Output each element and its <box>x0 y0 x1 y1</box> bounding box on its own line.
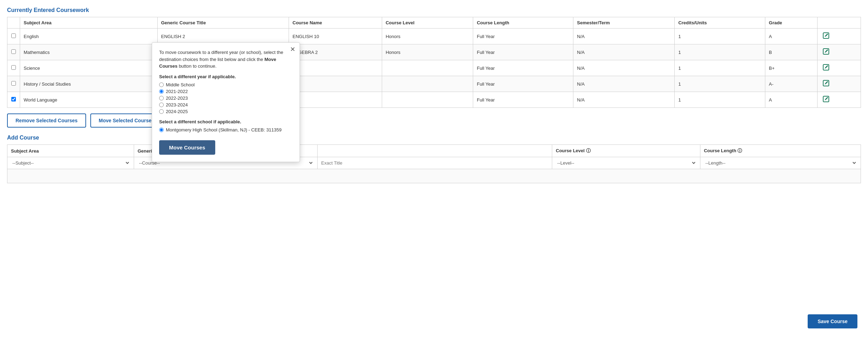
row-checkbox-0[interactable] <box>11 33 16 38</box>
row-course-name: ALGEBRA 2 <box>289 44 382 60</box>
row-subject: Mathematics <box>20 44 158 60</box>
row-credits: 1 <box>675 60 765 76</box>
row-semester: N/A <box>573 76 675 92</box>
row-semester: N/A <box>573 60 675 76</box>
year-option-2021-2022[interactable]: 2021-2022 <box>159 89 293 94</box>
year-label-2024-2025: 2024-2025 <box>166 109 188 114</box>
row-subject: World Language <box>20 92 158 108</box>
row-subject: English <box>20 29 158 44</box>
col-level: Course Level <box>382 17 473 29</box>
row-length: Full Year <box>473 29 573 44</box>
row-level <box>382 92 473 108</box>
row-subject: Science <box>20 60 158 76</box>
row-checkbox-cell <box>7 92 20 108</box>
row-checkbox-cell <box>7 29 20 44</box>
modal-close-button[interactable]: ✕ <box>290 45 295 53</box>
page-container: Currently Entered Coursework Subject Are… <box>0 0 868 339</box>
year-radio-2021-2022[interactable] <box>159 89 164 94</box>
row-grade: B <box>765 44 818 60</box>
row-length: Full Year <box>473 44 573 60</box>
remove-selected-button[interactable]: Remove Selected Courses <box>7 113 86 128</box>
level-select[interactable]: --Level-- <box>556 160 697 166</box>
table-row: History / Social Studies WORLD HISTORY F… <box>7 76 861 92</box>
length-cell: --Length-- <box>700 157 861 169</box>
row-semester: N/A <box>573 29 675 44</box>
exact-title-input[interactable] <box>321 160 548 166</box>
row-course-name: ENGLISH 10 <box>289 29 382 44</box>
row-edit-cell <box>817 76 861 92</box>
add-course-table: Subject Area Generic Course Title Course… <box>7 144 861 183</box>
school-radio-montgomery[interactable] <box>159 128 164 132</box>
row-grade: A- <box>765 76 818 92</box>
col-length: Course Length <box>473 17 573 29</box>
row-length: Full Year <box>473 76 573 92</box>
row-checkbox-cell <box>7 44 20 60</box>
row-credits: 1 <box>675 92 765 108</box>
row-credits: 1 <box>675 76 765 92</box>
row-checkbox-1[interactable] <box>11 49 16 54</box>
row-grade: A <box>765 29 818 44</box>
add-course-title: Add Course <box>7 135 861 141</box>
level-cell: --Level-- <box>552 157 700 169</box>
school-label: Select a different school if applicable. <box>159 119 293 124</box>
edit-button[interactable] <box>821 47 831 57</box>
year-radio-2023-2024[interactable] <box>159 103 164 107</box>
row-checkbox-cell <box>7 76 20 92</box>
year-radio-2022-2023[interactable] <box>159 96 164 100</box>
edit-button[interactable] <box>821 95 831 105</box>
school-radio-group: Montgomery High School (Skillman, NJ) - … <box>159 127 293 132</box>
row-credits: 1 <box>675 29 765 44</box>
year-radio-group: Middle School 2021-2022 2022-2023 2023-2… <box>159 82 293 114</box>
row-credits: 1 <box>675 44 765 60</box>
row-checkbox-4[interactable] <box>11 97 16 101</box>
row-course-name <box>289 92 382 108</box>
col-semester: Semester/Term <box>573 17 675 29</box>
action-buttons: Remove Selected Courses Move Selected Co… <box>7 113 861 128</box>
add-col-subject: Subject Area <box>7 145 134 157</box>
year-label-middle-school: Middle School <box>166 82 195 87</box>
year-option-2023-2024[interactable]: 2023-2024 <box>159 102 293 107</box>
col-grade: Grade <box>765 17 818 29</box>
currently-entered-title: Currently Entered Coursework <box>7 7 861 13</box>
school-option[interactable]: Montgomery High School (Skillman, NJ) - … <box>159 127 293 132</box>
row-semester: N/A <box>573 44 675 60</box>
row-length: Full Year <box>473 92 573 108</box>
move-courses-modal: ✕ To move coursework to a different year… <box>152 42 300 162</box>
add-col-length: Course Length ⓘ <box>700 145 861 157</box>
subject-cell: --Subject-- <box>7 157 134 169</box>
row-level <box>382 60 473 76</box>
add-col-level: Course Level ⓘ <box>552 145 700 157</box>
edit-button[interactable] <box>821 63 831 73</box>
year-option-2024-2025[interactable]: 2024-2025 <box>159 109 293 114</box>
save-course-button[interactable]: Save Course <box>808 314 857 328</box>
subject-select[interactable]: --Subject-- <box>11 160 130 166</box>
col-subject: Subject Area <box>20 17 158 29</box>
add-col-exact <box>318 145 552 157</box>
edit-button[interactable] <box>821 31 831 41</box>
row-generic-title: ENGLISH 2 <box>157 29 289 44</box>
row-semester: N/A <box>573 92 675 108</box>
row-length: Full Year <box>473 60 573 76</box>
year-label-2021-2022: 2021-2022 <box>166 89 188 94</box>
row-edit-cell <box>817 92 861 108</box>
modal-description: To move coursework to a different year (… <box>159 49 293 70</box>
row-level: Honors <box>382 44 473 60</box>
year-radio-middle-school[interactable] <box>159 82 164 87</box>
row-grade: B+ <box>765 60 818 76</box>
table-row: Mathematics ALGEBRA 2 ALGEBRA 2 Honors F… <box>7 44 861 60</box>
col-credits: Credits/Units <box>675 17 765 29</box>
move-courses-button[interactable]: Move Courses <box>159 140 215 155</box>
row-grade: A <box>765 92 818 108</box>
year-label-2022-2023: 2022-2023 <box>166 95 188 101</box>
year-label-2023-2024: 2023-2024 <box>166 102 188 107</box>
length-select[interactable]: --Length-- <box>704 160 857 166</box>
row-checkbox-2[interactable] <box>11 65 16 70</box>
row-checkbox-3[interactable] <box>11 81 16 86</box>
year-option-middle-school[interactable]: Middle School <box>159 82 293 87</box>
table-row: World Language SPANISH 2 Full Year N/A 1… <box>7 92 861 108</box>
year-radio-2024-2025[interactable] <box>159 109 164 114</box>
edit-button[interactable] <box>821 79 831 89</box>
row-level <box>382 76 473 92</box>
col-generic-title: Generic Course Title <box>157 17 289 29</box>
year-option-2022-2023[interactable]: 2022-2023 <box>159 95 293 101</box>
